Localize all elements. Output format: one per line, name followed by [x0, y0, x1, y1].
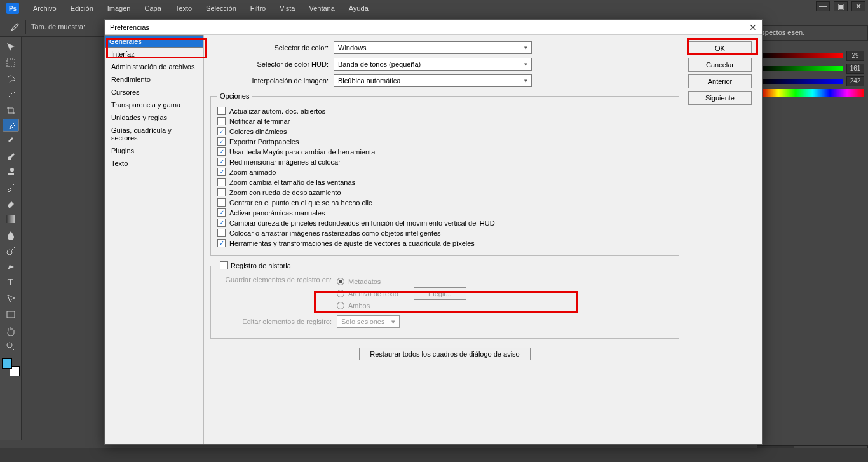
tool-heal[interactable]: [3, 132, 19, 147]
minimize-button[interactable]: —: [816, 1, 830, 11]
option-row: Notificar al terminar: [217, 117, 672, 125]
option-checkbox-4[interactable]: [217, 147, 226, 156]
reset-dialogs-button[interactable]: Restaurar todos los cuadros de diálogo d…: [359, 348, 530, 360]
option-checkbox-11[interactable]: [217, 219, 226, 227]
option-checkbox-8[interactable]: [217, 188, 226, 196]
workspace-dropdown[interactable]: Aspectos esen.: [751, 25, 868, 41]
tool-marquee[interactable]: [3, 55, 19, 71]
slider-b-value[interactable]: 242: [846, 76, 864, 86]
history-log-checkbox[interactable]: [220, 261, 228, 269]
history-log-fieldset: Registro de historia Guardar elementos d…: [210, 261, 679, 339]
right-panel-dock: Aspectos esen. 29 161 242 Capas Canales …: [757, 25, 868, 462]
radio-both[interactable]: [337, 302, 344, 309]
option-label: Notificar al terminar: [229, 118, 290, 125]
category-file-handling[interactable]: Administración de archivos: [105, 60, 203, 73]
slider-g-value[interactable]: 161: [846, 64, 864, 74]
option-label: Zoom cambia el tamaño de las ventanas: [229, 179, 355, 186]
option-checkbox-6[interactable]: [217, 168, 226, 176]
menu-layer[interactable]: Capa: [138, 2, 167, 15]
tool-gradient[interactable]: [3, 212, 19, 227]
tool-lasso[interactable]: [3, 71, 19, 86]
tool-text[interactable]: T: [3, 275, 19, 290]
svg-point-4: [7, 343, 12, 348]
chevron-down-icon: ▾: [524, 44, 527, 51]
hue-strip[interactable]: [761, 89, 864, 97]
option-checkbox-1[interactable]: [217, 117, 226, 125]
tool-eraser[interactable]: [3, 196, 19, 211]
category-units[interactable]: Unidades y reglas: [105, 111, 203, 124]
option-checkbox-12[interactable]: [217, 229, 226, 237]
option-checkbox-10[interactable]: [217, 208, 226, 217]
menu-filter[interactable]: Filtro: [244, 2, 272, 15]
cancel-button[interactable]: Cancelar: [688, 58, 752, 72]
option-row: Colores dinámicos: [217, 127, 672, 135]
option-checkbox-5[interactable]: [217, 158, 226, 166]
option-label: Actualizar autom. doc. abiertos: [229, 107, 325, 115]
tool-pen[interactable]: [3, 259, 19, 275]
dialog-title-bar[interactable]: Preferencias ✕: [105, 20, 762, 35]
menu-view[interactable]: Vista: [273, 2, 301, 15]
color-picker-label: Selector de color:: [210, 44, 329, 51]
option-label: Colores dinámicos: [229, 128, 287, 135]
chevron-down-icon: ▾: [524, 78, 527, 84]
tool-eyedropper[interactable]: [3, 119, 19, 132]
menu-image[interactable]: Imagen: [101, 2, 137, 15]
option-checkbox-2[interactable]: [217, 127, 226, 135]
option-row: Cambiar dureza de pinceles redondeados e…: [217, 219, 672, 227]
maximize-button[interactable]: ▣: [834, 1, 848, 11]
option-label: Exportar Portapapeles: [229, 138, 299, 146]
menu-file[interactable]: Archivo: [27, 2, 63, 15]
close-icon[interactable]: ✕: [749, 22, 757, 32]
category-text[interactable]: Texto: [105, 157, 203, 170]
tool-shape[interactable]: [3, 307, 19, 322]
category-transparency[interactable]: Transparencia y gama: [105, 99, 203, 111]
edit-log-items-select[interactable]: Solo sesiones▾: [337, 315, 400, 328]
option-checkbox-3[interactable]: [217, 137, 226, 146]
next-button[interactable]: Siguiente: [688, 91, 752, 105]
option-row: Zoom con rueda de desplazamiento: [217, 188, 672, 196]
tool-crop[interactable]: [3, 103, 19, 118]
tool-dodge[interactable]: [3, 243, 19, 259]
option-label: Usar tecla Mayús para cambiar de herrami…: [229, 148, 375, 156]
slider-r-value[interactable]: 29: [846, 51, 864, 61]
menu-window[interactable]: Ventana: [302, 2, 341, 15]
tool-hand[interactable]: [3, 323, 19, 338]
svg-rect-0: [7, 59, 15, 67]
tool-zoom[interactable]: [3, 339, 19, 354]
prev-button[interactable]: Anterior: [688, 74, 752, 88]
option-checkbox-7[interactable]: [217, 178, 226, 186]
menu-help[interactable]: Ayuda: [342, 2, 375, 15]
option-checkbox-9[interactable]: [217, 198, 226, 207]
tool-history-brush[interactable]: [3, 180, 19, 195]
color-picker-select[interactable]: Windows▾: [334, 41, 532, 54]
category-cursors[interactable]: Cursores: [105, 86, 203, 99]
menu-selection[interactable]: Selección: [200, 2, 243, 15]
hud-color-picker-select[interactable]: Banda de tonos (pequeña)▾: [334, 58, 532, 71]
ok-button[interactable]: OK: [688, 41, 752, 55]
category-interface[interactable]: Interfaz: [105, 48, 203, 60]
app-logo: Ps: [6, 3, 19, 14]
tool-move[interactable]: [3, 39, 19, 55]
option-row: Zoom animado: [217, 168, 672, 176]
tool-blur[interactable]: [3, 228, 19, 243]
option-checkbox-13[interactable]: [217, 239, 226, 247]
color-swatches[interactable]: [2, 358, 20, 376]
category-general[interactable]: Generales: [105, 35, 203, 48]
tool-brush[interactable]: [3, 148, 19, 163]
close-window-button[interactable]: ✕: [851, 1, 865, 11]
menu-text[interactable]: Texto: [169, 2, 198, 15]
radio-metadata[interactable]: [337, 278, 344, 285]
option-checkbox-0[interactable]: [217, 107, 226, 115]
tool-path-select[interactable]: [3, 291, 19, 306]
category-guides[interactable]: Guías, cuadrícula y sectores: [105, 124, 203, 144]
radio-textfile[interactable]: [337, 290, 344, 297]
tool-stamp[interactable]: [3, 164, 19, 179]
image-interpolation-select[interactable]: Bicúbica automática▾: [334, 74, 532, 87]
status-bar: [0, 448, 868, 462]
preferences-dialog: Preferencias ✕ Generales Interfaz Admini…: [104, 19, 763, 445]
category-plugins[interactable]: Plugins: [105, 144, 203, 157]
menu-edit[interactable]: Edición: [64, 2, 100, 15]
tool-wand[interactable]: [3, 87, 19, 102]
category-performance[interactable]: Rendimiento: [105, 73, 203, 86]
choose-button[interactable]: Elegir...: [414, 287, 466, 300]
